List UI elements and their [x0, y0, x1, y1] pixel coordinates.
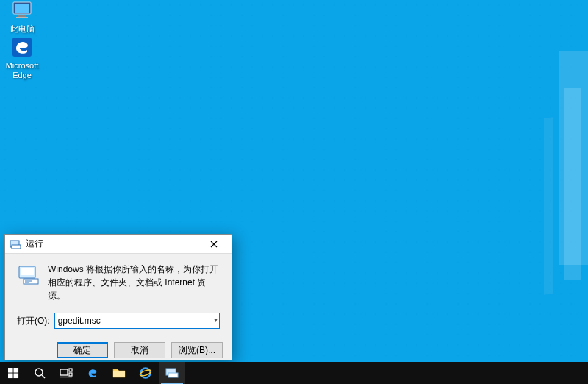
run-dialog: 运行 Windows 将根据你所输入的名称，为你打开相应的程序、文件夹、文档或 …	[4, 234, 232, 360]
svg-rect-3	[16, 17, 28, 18]
run-dialog-titlebar[interactable]: 运行	[5, 235, 232, 254]
close-button[interactable]	[199, 235, 229, 253]
svg-rect-13	[13, 373, 18, 378]
run-dialog-glyph-icon	[17, 263, 40, 286]
svg-point-14	[35, 369, 43, 376]
svg-line-15	[42, 375, 45, 378]
search-icon	[34, 367, 46, 379]
open-input[interactable]	[54, 313, 220, 329]
start-button[interactable]	[0, 362, 26, 384]
desktop-icon-label: 此电脑	[0, 24, 49, 34]
svg-rect-16	[60, 369, 68, 375]
open-combobox[interactable]: ▾	[54, 313, 220, 329]
svg-rect-6	[12, 245, 21, 249]
run-icon	[165, 367, 179, 379]
browse-button[interactable]: 浏览(B)...	[171, 342, 223, 358]
edge-icon	[10, 35, 34, 59]
taskbar-edge[interactable]	[79, 362, 106, 384]
taskbar-run[interactable]	[159, 362, 185, 384]
this-pc-icon	[10, 0, 34, 22]
svg-rect-17	[69, 369, 72, 371]
cancel-button[interactable]: 取消	[114, 342, 165, 358]
svg-rect-18	[69, 373, 72, 376]
svg-rect-12	[8, 373, 13, 378]
search-button[interactable]	[26, 362, 53, 384]
desktop-icon-edge[interactable]: Microsoft Edge	[0, 35, 49, 79]
svg-rect-24	[168, 373, 178, 377]
svg-rect-11	[13, 368, 18, 373]
run-dialog-button-row: 确定 取消 浏览(B)...	[5, 335, 232, 366]
svg-rect-8	[21, 268, 34, 275]
run-dialog-icon	[10, 238, 21, 250]
folder-icon	[112, 367, 126, 379]
svg-rect-20	[113, 371, 125, 377]
open-label: 打开(O):	[17, 315, 50, 327]
desktop-icon-this-pc[interactable]: 此电脑	[0, 0, 49, 34]
taskbar-file-explorer[interactable]	[106, 362, 132, 384]
run-dialog-message: Windows 将根据你所输入的名称，为你打开相应的程序、文件夹、文档或 Int…	[48, 263, 220, 302]
close-icon	[210, 241, 218, 248]
task-view-button[interactable]	[53, 362, 79, 384]
ok-button[interactable]: 确定	[57, 342, 108, 358]
desktop[interactable]: 此电脑 Microsoft Edge 运行	[0, 0, 588, 384]
task-view-icon	[60, 368, 73, 378]
run-dialog-title: 运行	[26, 238, 199, 250]
desktop-icon-label: Microsoft Edge	[0, 61, 49, 79]
svg-rect-10	[8, 368, 13, 373]
taskbar-ie[interactable]	[132, 362, 159, 384]
windows-logo-icon	[8, 368, 19, 379]
edge-icon	[85, 366, 100, 380]
svg-rect-1	[15, 4, 29, 13]
svg-rect-2	[18, 15, 26, 17]
taskbar	[0, 362, 588, 384]
ie-icon	[139, 366, 152, 380]
